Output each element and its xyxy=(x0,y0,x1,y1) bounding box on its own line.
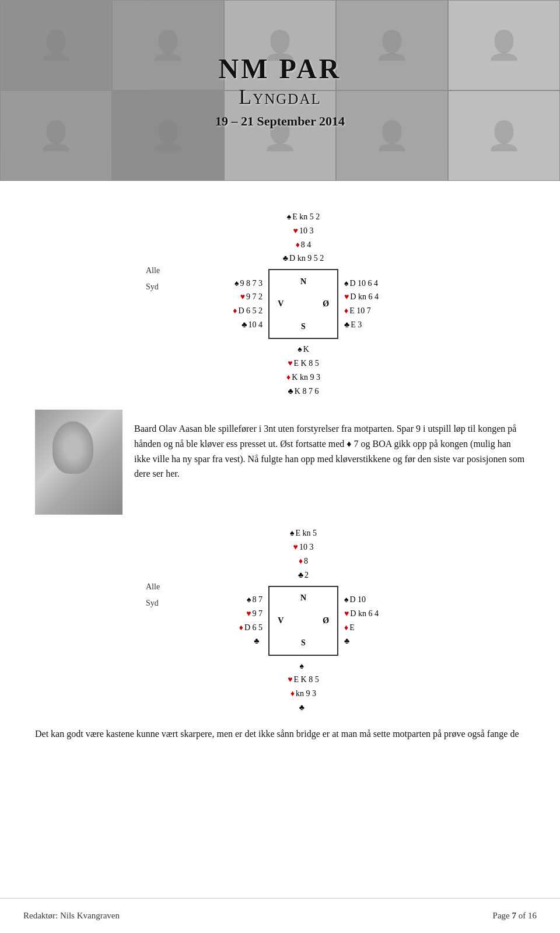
page-title-main: NM PAR xyxy=(218,53,341,85)
diagram-2: Alle Syd ♠E kn 5 ♥10 3 ♦8 ♣2 xyxy=(35,526,525,714)
page-text-pre: Page xyxy=(493,911,512,920)
compass-n: N xyxy=(292,270,315,293)
s-heart-2: E K 8 5 xyxy=(294,673,319,687)
s-diamond-1: K kn 9 3 xyxy=(292,371,320,385)
w-club-2 xyxy=(261,634,263,648)
profile-photo xyxy=(35,410,123,515)
e-spade-2: D 10 xyxy=(349,593,366,607)
w-diamond-2: D 6 5 xyxy=(244,621,262,635)
s-spade-1: K xyxy=(303,343,309,357)
e-heart-1: D kn 6 4 xyxy=(350,290,379,304)
s-heart-1: E K 8 5 xyxy=(294,357,319,371)
e-club-1: E 3 xyxy=(351,318,362,332)
w-heart-1: 9 7 2 xyxy=(246,290,262,304)
diag1-syd-label: Syd xyxy=(146,279,160,295)
n-diamond-2: 8 xyxy=(304,554,308,568)
w-diamond-1: D 6 5 2 xyxy=(238,304,262,318)
south-hand-2: ♠ ♥E K 8 5 ♦kn 9 3 ♣ xyxy=(288,659,318,715)
n-diamond-1: 8 4 xyxy=(301,238,312,252)
compass-box-2: N V Ø S xyxy=(268,586,338,656)
w-heart-2: 9 7 xyxy=(253,607,263,621)
page-date: 19 – 21 September 2014 xyxy=(215,114,345,129)
diag2-syd-label: Syd xyxy=(146,595,160,611)
diag2-alle-label: Alle xyxy=(146,579,160,595)
diagram-1: Alle Syd ♠E kn 5 2 ♥10 3 ♦8 4 ♣D k xyxy=(35,210,525,398)
compass-e: Ø xyxy=(314,293,337,316)
w-spade-2: 8 7 xyxy=(253,593,263,607)
compass-w: V xyxy=(270,293,292,316)
s-club-2 xyxy=(306,701,308,715)
bottom-text: Det kan godt være kastene kunne vært ska… xyxy=(35,726,525,742)
east-hand-2: ♠D 10 ♥D kn 6 4 ♦E ♣ xyxy=(344,593,414,648)
compass-e-2: Ø xyxy=(314,609,337,632)
diag1-alle-label: Alle xyxy=(146,263,160,279)
west-hand-2: ♠8 7 ♥9 7 ♦D 6 5 ♣ xyxy=(192,593,262,648)
e-spade-1: D 10 6 4 xyxy=(349,277,378,291)
e-heart-2: D kn 6 4 xyxy=(350,607,379,621)
compass-box-1: N V Ø S xyxy=(268,269,338,339)
south-hand-1: ♠K ♥E K 8 5 ♦K kn 9 3 ♣K 8 7 6 xyxy=(286,343,320,398)
n-spade-2: E kn 5 xyxy=(295,526,317,540)
e-diamond-1: E 10 7 xyxy=(349,304,371,318)
compass-n-2: N xyxy=(292,587,315,610)
n-club-1: D kn 9 5 2 xyxy=(289,251,324,265)
compass-s: S xyxy=(292,316,315,338)
n-heart-2: 10 3 xyxy=(299,540,314,554)
compass-s-2: S xyxy=(292,632,315,655)
n-club-2: 2 xyxy=(304,568,309,582)
page-total: 16 xyxy=(528,911,537,920)
east-hand-1: ♠D 10 6 4 ♥D kn 6 4 ♦E 10 7 ♣E 3 xyxy=(344,277,414,332)
footer: Redaktør: Nils Kvangraven Page 7 of 16 xyxy=(0,898,560,933)
editor-label: Redaktør: Nils Kvangraven xyxy=(23,911,120,921)
w-spade-1: 9 8 7 3 xyxy=(240,277,263,291)
north-hand-1: ♠E kn 5 2 ♥10 3 ♦8 4 ♣D kn 9 5 2 xyxy=(283,210,324,265)
page-title-sub: Lyngdal xyxy=(239,85,321,109)
n-heart-1: 10 3 xyxy=(299,224,314,238)
s-club-1: K 8 7 6 xyxy=(295,385,319,399)
compass-w-2: V xyxy=(270,609,292,632)
s-diamond-2: kn 9 3 xyxy=(296,687,316,701)
north-hand-2: ♠E kn 5 ♥10 3 ♦8 ♣2 xyxy=(290,526,317,582)
w-club-1: 10 4 xyxy=(249,318,263,332)
profile-text-section: Baard Olav Aasan ble spillefører i 3nt u… xyxy=(35,410,525,515)
west-hand-1: ♠9 8 7 3 ♥9 7 2 ♦D 6 5 2 ♣10 4 xyxy=(192,277,262,332)
page-number-bold: 7 xyxy=(512,911,517,920)
header-overlay: NM PAR Lyngdal 19 – 21 September 2014 xyxy=(0,0,560,181)
page-text-mid: of xyxy=(516,911,528,920)
n-spade-1: E kn 5 2 xyxy=(292,210,320,224)
e-club-2 xyxy=(351,634,353,648)
main-text-1: Baard Olav Aasan ble spillefører i 3nt u… xyxy=(134,410,525,515)
header-banner: 👤 👤 👤 👤 👤 👤 👤 👤 👤 👤 NM PAR Lyngdal 19 – … xyxy=(0,0,560,181)
main-content: Alle Syd ♠E kn 5 2 ♥10 3 ♦8 4 ♣D k xyxy=(0,181,560,770)
e-diamond-2: E xyxy=(349,621,355,635)
page-indicator: Page 7 of 16 xyxy=(493,911,537,921)
s-spade-2 xyxy=(305,659,307,673)
